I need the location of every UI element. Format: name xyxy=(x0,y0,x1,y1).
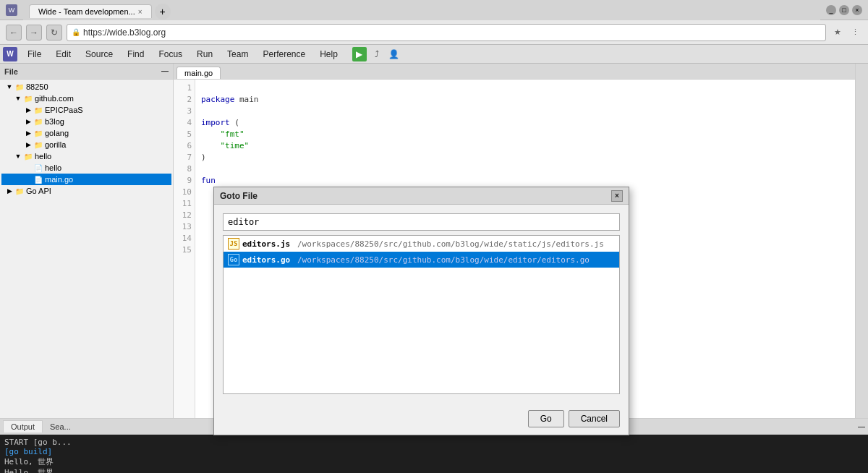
lock-icon: 🔒 xyxy=(72,28,80,36)
tree-label-epicpaas: EPICPaaS xyxy=(45,106,83,114)
settings-icon[interactable]: ⋮ xyxy=(848,25,862,40)
goto-file-go-btn[interactable]: Go xyxy=(528,410,564,427)
tree-item-go-api[interactable]: ▶ 📁 Go API xyxy=(1,185,171,197)
menu-file[interactable]: File xyxy=(20,46,48,62)
menu-focus[interactable]: Focus xyxy=(151,46,190,62)
tab-close-btn[interactable]: × xyxy=(138,8,142,16)
menu-run[interactable]: Run xyxy=(190,46,220,62)
folder-icon-epicpaas: 📁 xyxy=(33,105,43,115)
tree-label-hello-file: hello xyxy=(45,163,61,172)
dialog-title-bar: Goto File × xyxy=(214,187,629,205)
file-panel-title: File xyxy=(4,67,18,76)
url-text: https://wide.b3log.org xyxy=(83,27,166,38)
result-editors-js[interactable]: JS editors.js /workspaces/88250/src/gith… xyxy=(224,236,619,252)
favicon: W xyxy=(6,4,17,16)
folder-icon-go-api: 📁 xyxy=(14,186,25,196)
close-btn[interactable]: × xyxy=(852,5,862,15)
tree-item-github-com[interactable]: ▼ 📁 github.com xyxy=(1,93,171,104)
tree-item-b3log[interactable]: ▶ 📁 b3log xyxy=(1,116,171,127)
browser-tab[interactable]: Wide - Team developmen... × xyxy=(29,4,152,18)
bookmark-icon[interactable]: ★ xyxy=(830,25,845,40)
toggle-golang[interactable]: ▶ xyxy=(23,128,33,138)
menu-perference[interactable]: Perference xyxy=(255,46,312,62)
refresh-btn[interactable]: ↻ xyxy=(46,25,62,41)
maximize-btn[interactable]: □ xyxy=(839,5,849,15)
toggle-github-com[interactable]: ▼ xyxy=(13,93,23,103)
back-btn[interactable]: ← xyxy=(6,25,22,41)
goto-file-input[interactable] xyxy=(223,213,620,231)
spacer-main-go xyxy=(23,174,33,184)
result-editors-js-path: /workspaces/88250/src/github.com/b3log/w… xyxy=(297,239,604,249)
toggle-hello-folder[interactable]: ▼ xyxy=(13,151,23,161)
toolbar-right: ▶ ⤴ 👤 xyxy=(349,47,401,61)
folder-icon-hello: 📁 xyxy=(23,151,33,161)
window-controls: _ □ × xyxy=(826,5,862,15)
account-icon[interactable]: 👤 xyxy=(387,47,401,61)
browser-title-bar: W Wide - Team developmen... × + _ □ × xyxy=(0,0,868,20)
editor-tabs: main.go xyxy=(174,64,855,80)
go-icon: Go xyxy=(228,254,239,265)
result-editors-go-name: editors.go xyxy=(242,255,293,265)
editor-tab-main-go[interactable]: main.go xyxy=(176,67,221,79)
goto-file-results: JS editors.js /workspaces/88250/src/gith… xyxy=(223,235,620,394)
output-line-3: Hello, 世界 xyxy=(4,456,864,467)
bottom-panel-minimize[interactable]: — xyxy=(858,422,865,430)
tree-item-88250[interactable]: ▼ 📁 88250 xyxy=(1,81,171,93)
right-panel xyxy=(855,64,868,418)
menu-help[interactable]: Help xyxy=(312,46,345,62)
tree-label-go-api: Go API xyxy=(26,187,51,195)
file-panel-minimize[interactable]: — xyxy=(161,67,169,75)
tree-label-88250: 88250 xyxy=(26,82,48,91)
folder-icon-gorilla: 📁 xyxy=(33,140,43,150)
toggle-b3log[interactable]: ▶ xyxy=(23,116,33,127)
tree-label-hello-folder: hello xyxy=(35,152,51,161)
folder-icon-b3log: 📁 xyxy=(33,116,43,127)
toggle-88250[interactable]: ▼ xyxy=(4,82,14,92)
goto-file-cancel-btn[interactable]: Cancel xyxy=(569,410,620,427)
toolbar-icons: ★ ⋮ xyxy=(830,25,862,40)
tree-item-golang[interactable]: ▶ 📁 golang xyxy=(1,127,171,139)
url-bar[interactable]: 🔒 https://wide.b3log.org xyxy=(67,24,826,41)
folder-icon-88250: 📁 xyxy=(14,82,25,92)
tree-item-gorilla[interactable]: ▶ 📁 gorilla xyxy=(1,139,171,150)
tab-bar: Wide - Team developmen... × + xyxy=(23,0,820,20)
share-icon[interactable]: ⤴ xyxy=(370,47,384,61)
spacer-hello xyxy=(23,163,33,173)
forward-btn[interactable]: → xyxy=(26,25,42,41)
toggle-gorilla[interactable]: ▶ xyxy=(23,140,33,150)
menu-source[interactable]: Source xyxy=(78,46,120,62)
bottom-tab-search[interactable]: Sea... xyxy=(43,421,78,432)
tree-item-main-go[interactable]: 📄 main.go xyxy=(1,174,171,185)
file-icon-hello: 📄 xyxy=(33,163,43,173)
run-btn[interactable]: ▶ xyxy=(352,47,367,61)
tree-item-epicpaas[interactable]: ▶ 📁 EPICPaaS xyxy=(1,104,171,116)
output-line-4: Hello, 世界 xyxy=(4,467,864,473)
tree-item-hello-file[interactable]: 📄 hello xyxy=(1,162,171,174)
minimize-btn[interactable]: _ xyxy=(826,5,836,15)
bottom-tab-output[interactable]: Output xyxy=(3,420,43,432)
result-editors-go[interactable]: Go editors.go /workspaces/88250/src/gith… xyxy=(224,252,619,268)
tab-label: Wide - Team developmen... xyxy=(38,7,135,16)
menu-team[interactable]: Team xyxy=(220,46,255,62)
address-bar: ← → ↻ 🔒 https://wide.b3log.org ★ ⋮ xyxy=(0,20,868,45)
toggle-go-api[interactable]: ▶ xyxy=(4,186,14,196)
file-tree: ▼ 📁 88250 ▼ 📁 github.com ▶ 📁 EPICPaaS xyxy=(0,80,173,418)
folder-icon-golang: 📁 xyxy=(33,128,43,138)
new-tab-btn[interactable]: + xyxy=(155,4,171,20)
output-line-2: [go build] xyxy=(4,447,864,456)
tree-label-main-go: main.go xyxy=(45,175,73,184)
result-editors-go-path: /workspaces/88250/src/github.com/b3log/w… xyxy=(297,255,590,265)
menu-find[interactable]: Find xyxy=(120,46,151,62)
app-logo: W xyxy=(3,47,17,61)
menu-edit[interactable]: Edit xyxy=(48,46,78,62)
line-numbers: 1 2 3 4 5 6 7 8 9 10 11 12 13 14 15 xyxy=(174,80,195,418)
toggle-epicpaas[interactable]: ▶ xyxy=(23,105,33,115)
output-line-1: START [go b... xyxy=(4,438,864,447)
js-icon: JS xyxy=(228,238,239,250)
dialog-close-btn[interactable]: × xyxy=(611,190,623,202)
app-body: File — ▼ 📁 88250 ▼ 📁 github.com ▶ � xyxy=(0,64,868,418)
result-editors-js-name: editors.js xyxy=(242,239,293,249)
tree-item-hello-folder[interactable]: ▼ 📁 hello xyxy=(1,150,171,162)
bottom-output-content: START [go b... [go build] Hello, 世界 Hell… xyxy=(0,435,868,473)
tree-label-golang: golang xyxy=(45,129,69,137)
